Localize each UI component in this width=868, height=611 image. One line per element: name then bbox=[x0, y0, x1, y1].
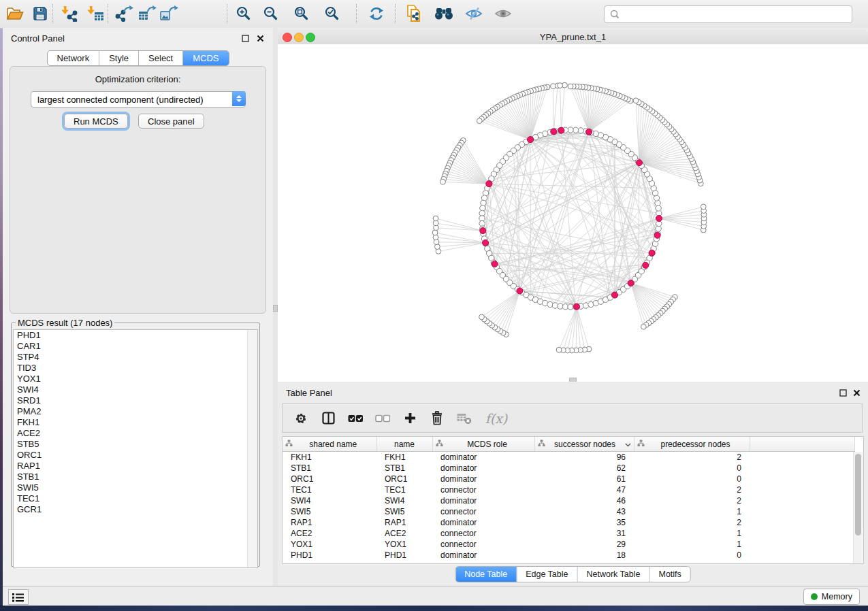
column-header-shared-name[interactable]: shared name bbox=[283, 437, 376, 452]
table-cell[interactable]: 61 bbox=[534, 474, 634, 484]
table-cell[interactable]: 31 bbox=[534, 528, 634, 539]
table-cell[interactable]: 0 bbox=[634, 463, 750, 474]
table-cell[interactable]: 0 bbox=[634, 474, 750, 484]
table-cell[interactable]: 35 bbox=[534, 517, 634, 528]
table-row[interactable]: SWI5SWI5connector431 bbox=[283, 506, 855, 517]
table-cell[interactable]: dominator bbox=[432, 463, 534, 474]
table-cell[interactable]: dominator bbox=[432, 495, 534, 506]
table-row[interactable]: TEC1TEC1connector472 bbox=[283, 484, 855, 495]
zoom-in-button[interactable] bbox=[233, 3, 255, 24]
import-table-button[interactable] bbox=[84, 3, 106, 24]
table-cell[interactable]: ORC1 bbox=[376, 474, 432, 484]
export-network-button[interactable] bbox=[114, 3, 135, 24]
table-cell[interactable]: RAP1 bbox=[376, 517, 432, 528]
network-canvas[interactable] bbox=[278, 44, 868, 382]
splitter-handle[interactable] bbox=[273, 305, 278, 312]
mcds-node-item[interactable]: SRD1 bbox=[14, 395, 257, 406]
deselect-all-button[interactable] bbox=[374, 410, 391, 427]
table-cell[interactable]: dominator bbox=[432, 550, 534, 561]
mcds-node-item[interactable]: ORC1 bbox=[14, 450, 257, 461]
apply-layout-button[interactable] bbox=[366, 3, 387, 24]
table-cell[interactable]: dominator bbox=[432, 517, 534, 528]
new-network-from-selection-button[interactable] bbox=[403, 3, 425, 24]
mcds-node-item[interactable]: STB1 bbox=[14, 472, 257, 482]
table-cell[interactable]: connector bbox=[432, 528, 534, 539]
table-cell[interactable]: PHD1 bbox=[283, 550, 376, 561]
mcds-node-item[interactable]: YOX1 bbox=[14, 374, 257, 384]
delete-column-button[interactable] bbox=[428, 410, 446, 427]
table-cell[interactable]: 62 bbox=[534, 463, 634, 474]
tab-network-table[interactable]: Network Table bbox=[577, 567, 649, 582]
table-cell[interactable]: SWI5 bbox=[376, 506, 432, 517]
mcds-node-item[interactable]: RAP1 bbox=[14, 461, 257, 472]
table-cell[interactable]: 1 bbox=[634, 539, 750, 550]
table-cell[interactable]: 18 bbox=[534, 550, 634, 561]
export-image-button[interactable] bbox=[159, 3, 180, 24]
search-network-button[interactable] bbox=[433, 3, 455, 24]
table-cell[interactable]: ORC1 bbox=[283, 474, 376, 484]
minimize-window-traffic-light[interactable] bbox=[294, 33, 304, 42]
table-scrollbar-thumb[interactable] bbox=[855, 454, 861, 535]
table-row[interactable]: PHD1PHD1dominator180 bbox=[283, 550, 855, 561]
table-cell[interactable]: connector bbox=[432, 506, 534, 517]
mcds-node-item[interactable]: SWI5 bbox=[14, 482, 257, 493]
table-cell[interactable]: YOX1 bbox=[376, 539, 432, 550]
mcds-node-item[interactable]: GCR1 bbox=[14, 504, 257, 515]
table-cell[interactable]: 29 bbox=[534, 539, 634, 550]
table-cell[interactable]: 2 bbox=[634, 452, 750, 463]
column-header-predecessor-nodes[interactable]: predecessor nodes bbox=[634, 437, 750, 452]
table-settings-button[interactable] bbox=[292, 410, 310, 427]
memory-button[interactable]: Memory bbox=[803, 589, 860, 605]
table-row[interactable]: YOX1YOX1connector291 bbox=[283, 539, 855, 550]
table-cell[interactable]: TEC1 bbox=[283, 484, 376, 495]
mcds-node-item[interactable]: ACE2 bbox=[14, 428, 257, 439]
mcds-node-item[interactable]: STB5 bbox=[14, 439, 257, 450]
mcds-node-item[interactable]: PMA2 bbox=[14, 406, 257, 417]
mcds-node-item[interactable]: PHD1 bbox=[14, 330, 257, 341]
table-row[interactable]: ACE2ACE2connector311 bbox=[283, 528, 855, 539]
close-panel-icon[interactable] bbox=[256, 34, 265, 43]
run-mcds-button[interactable]: Run MCDS bbox=[64, 114, 128, 129]
zoom-window-traffic-light[interactable] bbox=[306, 33, 315, 42]
table-cell[interactable]: connector bbox=[432, 484, 534, 495]
mcds-node-item[interactable]: FKH1 bbox=[14, 417, 257, 428]
table-scrollbar[interactable] bbox=[853, 452, 863, 563]
table-row[interactable]: FKH1FKH1dominator962 bbox=[283, 452, 855, 463]
mcds-node-item[interactable]: STP4 bbox=[14, 352, 257, 363]
table-cell[interactable]: RAP1 bbox=[283, 517, 376, 528]
zoom-fit-button[interactable] bbox=[291, 3, 312, 24]
table-cell[interactable]: 1 bbox=[634, 506, 750, 517]
table-row[interactable]: RAP1RAP1dominator352 bbox=[283, 517, 855, 528]
import-network-button[interactable] bbox=[59, 3, 80, 24]
column-header-successor-nodes[interactable]: successor nodes bbox=[534, 437, 634, 452]
close-panel-button[interactable]: Close panel bbox=[138, 114, 204, 129]
float-panel-icon[interactable] bbox=[241, 34, 250, 43]
table-cell[interactable]: ACE2 bbox=[283, 528, 376, 539]
tab-network[interactable]: Network bbox=[47, 51, 99, 65]
optimization-criterion-select[interactable]: largest connected component (undirected) bbox=[31, 91, 246, 108]
table-cell[interactable]: TEC1 bbox=[376, 484, 432, 495]
open-file-button[interactable] bbox=[4, 3, 26, 24]
tab-mcds[interactable]: MCDS bbox=[182, 51, 228, 65]
mcds-node-item[interactable]: TEC1 bbox=[14, 493, 257, 504]
close-window-traffic-light[interactable] bbox=[283, 33, 292, 42]
table-cell[interactable]: 47 bbox=[534, 484, 634, 495]
vertical-splitter[interactable] bbox=[273, 28, 278, 586]
table-cell[interactable]: YOX1 bbox=[283, 539, 376, 550]
export-table-button[interactable] bbox=[137, 3, 159, 24]
column-header-name[interactable]: name bbox=[376, 437, 432, 452]
table-cell[interactable]: connector bbox=[432, 539, 534, 550]
tab-edge-table[interactable]: Edge Table bbox=[516, 567, 577, 582]
close-table-panel-icon[interactable] bbox=[852, 389, 861, 397]
table-cell[interactable]: FKH1 bbox=[283, 452, 376, 463]
show-columns-button[interactable] bbox=[319, 410, 337, 427]
table-cell[interactable]: STB1 bbox=[283, 463, 376, 474]
table-cell[interactable]: 43 bbox=[534, 506, 634, 517]
table-cell[interactable]: FKH1 bbox=[376, 452, 432, 463]
table-cell[interactable]: 1 bbox=[634, 528, 750, 539]
table-row[interactable]: STB1STB1dominator620 bbox=[283, 463, 855, 474]
add-column-button[interactable] bbox=[401, 410, 419, 427]
table-cell[interactable]: 2 bbox=[634, 495, 750, 506]
table-cell[interactable]: 2 bbox=[634, 484, 750, 495]
zoom-out-button[interactable] bbox=[260, 3, 282, 24]
